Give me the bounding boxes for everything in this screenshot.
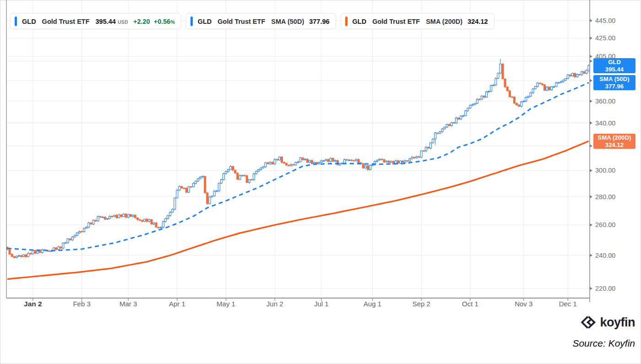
- candle-body: [146, 219, 148, 222]
- legend-ticker: GLD: [198, 18, 212, 25]
- candle-body: [250, 179, 252, 180]
- candle-body: [74, 235, 76, 237]
- candle-body: [293, 164, 294, 165]
- candle-body: [525, 98, 527, 101]
- y-tick-label: 340.00: [595, 120, 615, 127]
- candle-body: [583, 71, 585, 73]
- legend-chip-price[interactable]: GLD Gold Trust ETF 395.44 USD +2.20 +0.5…: [10, 13, 181, 29]
- y-tick-arrow: [590, 79, 592, 82]
- candle-body: [16, 256, 17, 257]
- candle-body: [206, 193, 208, 204]
- candle-body: [58, 247, 60, 250]
- candle-body: [355, 159, 357, 161]
- candle-body: [118, 215, 120, 218]
- candle-body: [579, 75, 581, 75]
- candle-body: [239, 175, 241, 179]
- candle-body: [167, 216, 169, 219]
- candle-body: [88, 223, 90, 228]
- candle-body: [283, 163, 285, 163]
- candle-body: [274, 159, 276, 164]
- candle-body: [469, 105, 471, 108]
- candle-body: [318, 163, 320, 164]
- candle-body: [114, 215, 115, 217]
- candle-body: [60, 247, 62, 248]
- candle-body: [362, 163, 364, 168]
- candle-body: [67, 239, 69, 243]
- candle-body: [111, 217, 113, 217]
- candle-body: [27, 253, 29, 257]
- candle-body: [13, 257, 15, 258]
- candle-body: [130, 215, 131, 217]
- candle-body: [246, 176, 248, 183]
- candle-body: [144, 219, 146, 222]
- candle-body: [99, 217, 101, 217]
- y-tick-arrow: [590, 100, 592, 103]
- candle-body: [420, 151, 422, 157]
- candle-body: [269, 162, 271, 164]
- candle-body: [141, 221, 143, 222]
- candle-body: [571, 73, 573, 76]
- candle-body: [262, 167, 264, 168]
- candle-body: [281, 157, 282, 163]
- x-tick-label: Aug 1: [364, 300, 381, 308]
- candle-body: [555, 82, 557, 87]
- price-chart[interactable]: 445.00425.00405.00400.00380.00360.00340.…: [0, 0, 641, 364]
- candle-body: [11, 254, 13, 256]
- candle-body: [39, 251, 41, 253]
- candle-body: [488, 91, 490, 92]
- y-tick-arrow: [590, 121, 592, 125]
- candle-body: [306, 159, 308, 163]
- candle-body: [123, 214, 125, 217]
- candle-body: [476, 99, 478, 103]
- candle-body: [532, 89, 534, 93]
- candle-body: [465, 111, 467, 116]
- candle-body: [407, 161, 408, 161]
- legend-ticker: GLD: [353, 18, 367, 25]
- candle-body: [346, 159, 348, 160]
- legend-name: Gold Trust ETF: [42, 18, 90, 25]
- candle-body: [323, 161, 325, 161]
- candle-body: [506, 87, 508, 91]
- candle-body: [530, 93, 532, 97]
- sma200-price-label: SMA (200D) 324.12: [593, 134, 636, 149]
- x-tick-label: May 1: [217, 300, 235, 308]
- candle-body: [500, 64, 501, 73]
- candle-body: [416, 157, 418, 158]
- candle-body: [490, 86, 492, 92]
- candle-body: [258, 170, 260, 172]
- candle-body: [509, 91, 511, 97]
- candle-body: [104, 217, 106, 219]
- candle-body: [549, 87, 550, 90]
- sma50-price-label: SMA (50D) 377.96: [593, 75, 636, 90]
- candle-body: [25, 255, 27, 257]
- candle-body: [586, 70, 587, 73]
- legend-chip-sma50[interactable]: GLD Gold Trust ETF SMA (50D) 377.96: [186, 13, 336, 29]
- koyfin-logo: koyfin: [581, 315, 635, 330]
- x-tick-label: Jun 2: [266, 300, 283, 308]
- x-tick-label: Oct 1: [462, 300, 478, 308]
- candle-body: [195, 181, 197, 184]
- candle-body: [493, 85, 494, 86]
- candle-body: [460, 116, 462, 119]
- legend-name: Gold Trust ETF: [372, 18, 420, 25]
- candle-body: [511, 97, 513, 97]
- candle-body: [197, 179, 199, 181]
- candle-body: [576, 75, 578, 77]
- y-tick-arrow: [590, 169, 592, 172]
- candle-body: [30, 253, 32, 254]
- legend-chip-sma200[interactable]: GLD Gold Trust ETF SMA (200D) 324.12: [341, 13, 494, 29]
- candle-body: [330, 158, 331, 162]
- y-tick-label: 445.00: [595, 17, 615, 24]
- candle-body: [76, 233, 78, 236]
- candle-body: [423, 151, 424, 151]
- candle-body: [411, 157, 413, 159]
- sma50-line: [7, 83, 589, 251]
- candle-body: [539, 83, 541, 83]
- candle-body: [518, 105, 520, 106]
- candle-body: [265, 163, 266, 167]
- candle-body: [299, 158, 301, 162]
- y-tick-arrow: [590, 144, 592, 147]
- candle-body: [216, 191, 217, 191]
- candle-body: [413, 157, 415, 158]
- candle-body: [255, 171, 257, 174]
